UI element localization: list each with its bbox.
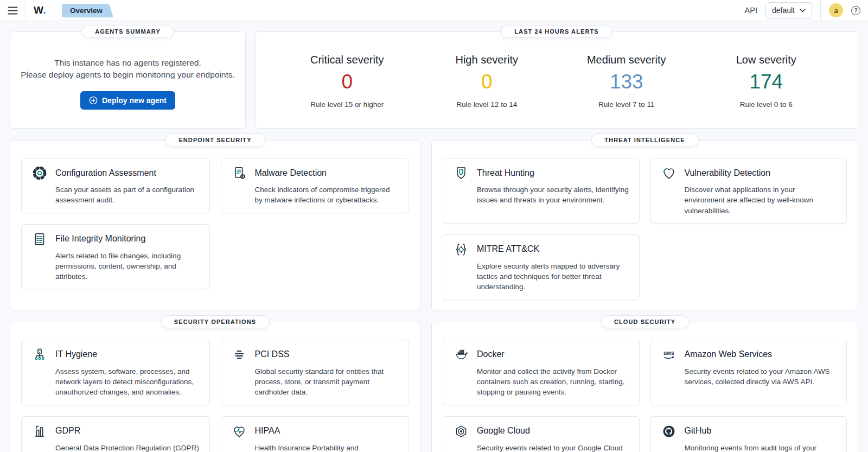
card-title: MITRE ATT&CK (477, 244, 629, 254)
card-description: Explore security alerts mapped to advers… (477, 261, 629, 292)
severity-rule-level: Rule level 15 or higher (298, 100, 396, 109)
github-icon (661, 423, 677, 440)
card-description: Health Insurance Portability and Account… (255, 443, 399, 452)
card-title: Docker (477, 349, 629, 359)
card-docker[interactable]: Docker Monitor and collect the activity … (443, 340, 640, 405)
card-description: Global security standard for entities th… (255, 366, 399, 398)
malware-detection-icon (231, 165, 247, 181)
panel-title-agents-summary: AGENTS SUMMARY (81, 25, 174, 38)
panel-security-operations: SECURITY OPERATIONS (10, 322, 420, 452)
logo-dot: . (43, 4, 46, 16)
severity-label: Low severity (717, 54, 815, 66)
panel-title-security-operations: SECURITY OPERATIONS (161, 315, 270, 328)
vulnerability-detection-icon (661, 165, 677, 181)
card-title: Malware Detection (255, 168, 399, 178)
panel-title-endpoint-security: ENDPOINT SECURITY (165, 133, 265, 147)
card-title: Threat Hunting (477, 168, 629, 178)
card-hipaa[interactable]: HIPAA Health Insurance Portability and A… (221, 416, 410, 452)
severity-low: Low severity 174 Rule level 0 to 6 (717, 54, 815, 109)
card-threat-hunting[interactable]: Threat Hunting Browse through your secur… (443, 158, 640, 224)
card-description: Security events related to your Google C… (477, 443, 629, 452)
google-cloud-icon (453, 423, 469, 440)
card-mitre-attack[interactable]: MITRE ATT&CK Explore security alerts map… (443, 234, 640, 300)
card-amazon-web-services[interactable]: aws Amazon Web Services Security events … (650, 340, 847, 405)
card-configuration-assessment[interactable]: Configuration Assessment Scan your asset… (21, 158, 210, 213)
card-description: Assess system, software, processes, and … (55, 366, 200, 398)
plus-circle-icon (89, 96, 98, 105)
no-agents-message: This instance has no agents registered. … (21, 57, 235, 81)
deploy-new-agent-button[interactable]: Deploy new agent (80, 91, 175, 110)
card-title: PCI DSS (255, 349, 399, 359)
mitre-attack-icon (453, 241, 469, 258)
card-description: General Data Protection Regulation (GDPR… (55, 443, 200, 452)
overview-page: AGENTS SUMMARY This instance has no agen… (0, 21, 868, 452)
card-description: Monitoring events from audit logs of you… (685, 443, 837, 452)
severity-count[interactable]: 0 (298, 71, 396, 93)
card-description: Discover what applications in your envir… (685, 184, 837, 216)
panel-threat-intelligence: THREAT INTELLIGENCE Threat Hunting Brows… (431, 140, 858, 310)
card-gdpr[interactable]: GDPR General Data Protection Regulation … (21, 416, 210, 452)
card-title: Vulnerability Detection (685, 168, 837, 178)
card-title: Configuration Assessment (55, 168, 200, 178)
card-google-cloud[interactable]: Google Cloud Security events related to … (443, 416, 640, 452)
severity-rule-level: Rule level 12 to 14 (438, 100, 535, 109)
divider (54, 0, 54, 21)
help-icon[interactable]: ? (851, 6, 860, 15)
card-title: HIPAA (255, 426, 399, 436)
severity-count[interactable]: 174 (717, 71, 815, 93)
aws-icon: aws (661, 347, 677, 363)
severity-high: High severity 0 Rule level 12 to 14 (438, 54, 535, 109)
panel-title-threat-intelligence: THREAT INTELLIGENCE (591, 133, 698, 147)
card-description: Security events related to your Amazon A… (685, 366, 837, 387)
tab-overview[interactable]: Overview (62, 4, 107, 17)
docker-icon (453, 347, 469, 363)
tab-label: Overview (70, 7, 103, 15)
panel-title-alerts: LAST 24 HOURS ALERTS (501, 25, 612, 38)
it-hygiene-icon (31, 347, 48, 363)
card-malware-detection[interactable]: Malware Detection Check indicators of co… (221, 158, 410, 213)
severity-medium: Medium severity 133 Rule level 7 to 11 (578, 54, 675, 109)
card-title: GDPR (55, 426, 200, 436)
wazuh-logo[interactable]: W. (25, 4, 54, 16)
card-description: Alerts related to file changes, includin… (55, 251, 200, 282)
panel-title-cloud-security: CLOUD SECURITY (601, 315, 689, 328)
avatar[interactable]: a (829, 3, 843, 17)
divider (820, 0, 821, 21)
card-description: Check indicators of compromise triggered… (255, 184, 399, 206)
panel-agents-summary: AGENTS SUMMARY This instance has no agen… (10, 31, 246, 129)
api-selector[interactable]: default (765, 2, 812, 18)
severity-label: High severity (438, 54, 535, 66)
menu-button[interactable] (0, 0, 25, 21)
severity-rule-level: Rule level 7 to 11 (578, 100, 675, 109)
chevron-down-icon (800, 9, 806, 12)
card-pci-dss[interactable]: PCI DSS Global security standard for ent… (221, 340, 410, 405)
severity-count[interactable]: 0 (438, 71, 535, 93)
svg-text:aws: aws (663, 350, 674, 356)
hamburger-icon (8, 7, 18, 15)
card-github[interactable]: GitHub Monitoring events from audit logs… (650, 416, 847, 452)
card-file-integrity-monitoring[interactable]: File Integrity Monitoring Alerts related… (21, 224, 210, 290)
severity-label: Medium severity (578, 54, 675, 66)
panel-endpoint-security: ENDPOINT SECURITY Configuration Assessme… (10, 140, 420, 310)
card-it-hygiene[interactable]: IT Hygiene Assess system, software, proc… (21, 340, 210, 405)
gdpr-icon (31, 423, 48, 440)
configuration-assessment-icon (31, 165, 48, 181)
avatar-initial: a (834, 7, 838, 15)
severity-count[interactable]: 133 (578, 71, 675, 93)
severity-rule-level: Rule level 0 to 6 (717, 100, 815, 109)
severity-label: Critical severity (298, 54, 396, 66)
card-description: Scan your assets as part of a configurat… (55, 184, 200, 206)
top-bar: W. Overview API default a ? (0, 0, 868, 21)
card-title: Google Cloud (477, 426, 629, 436)
pci-dss-icon (231, 347, 247, 363)
card-title: File Integrity Monitoring (55, 234, 200, 244)
panel-cloud-security: CLOUD SECURITY Docker Monitor and collec… (431, 322, 858, 452)
deploy-button-label: Deploy new agent (102, 96, 167, 105)
card-title: Amazon Web Services (685, 349, 837, 359)
threat-hunting-icon (453, 165, 469, 181)
severity-critical: Critical severity 0 Rule level 15 or hig… (298, 54, 396, 109)
panel-last-24-hours-alerts: LAST 24 HOURS ALERTS Critical severity 0… (255, 31, 858, 129)
card-title: GitHub (685, 426, 837, 436)
card-vulnerability-detection[interactable]: Vulnerability Detection Discover what ap… (650, 158, 847, 224)
card-title: IT Hygiene (55, 349, 200, 359)
